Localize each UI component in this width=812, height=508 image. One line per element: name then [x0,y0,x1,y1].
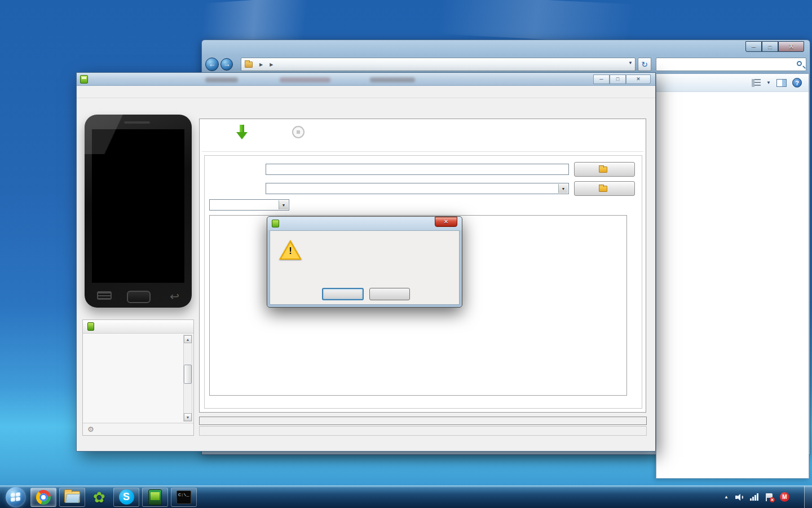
flashtool-titlebar[interactable]: ─ □ ✕ [77,73,655,86]
scatter-file-combo[interactable]: ▼ [266,183,569,194]
windows-flag-icon [11,492,21,502]
breadcrumb-arrow-icon: ▶ [270,62,273,67]
chevron-down-icon[interactable]: ▼ [766,80,771,85]
scroll-up-icon[interactable]: ▲ [184,335,192,343]
toolbar-separator [202,151,643,152]
help-button[interactable] [369,288,410,300]
folder-icon [599,186,607,192]
forward-button[interactable]: → [220,58,233,71]
chevron-down-icon[interactable]: ▼ [279,200,288,209]
minimize-button[interactable]: ─ [593,75,610,84]
stop-button[interactable] [281,125,315,141]
folder-icon [245,62,253,68]
gear-icon: ⚙ [87,425,94,433]
status-bar [199,426,647,436]
breadcrumb-arrow-icon: ▶ [259,62,263,67]
back-button[interactable]: ← [205,58,219,71]
phone-menu-button-icon [97,291,112,300]
flashtool-icon [148,489,162,505]
scroll-down-icon[interactable]: ▼ [184,413,192,421]
search-input[interactable] [656,58,806,71]
dialog-titlebar[interactable]: ✕ [267,217,462,230]
glass-blur [370,77,415,82]
command-prompt-icon: C:\_ [176,491,191,504]
address-bar[interactable]: ▶ ▶ ▼ [241,58,636,71]
search-icon [797,61,802,66]
taskbar-chrome-button[interactable] [30,488,56,507]
chevron-down-icon[interactable]: ▼ [558,184,568,193]
view-list-icon[interactable] [752,79,761,87]
error-dialog: ✕ ! [267,216,462,308]
taskbar-skype-button[interactable]: S [113,488,139,507]
download-mode-combo[interactable]: ▼ [209,199,289,211]
progress-bar [199,417,647,425]
chip-info-scrollbar[interactable]: ▲ ▼ [183,335,192,422]
phone-back-button-icon: ↩ [170,290,179,303]
taskbar-flashtool-button[interactable] [142,488,168,507]
icq-flower-icon: ✿ [93,489,105,506]
help-icon[interactable]: ? [792,78,802,87]
show-desktop-button[interactable] [804,486,812,508]
phone-home-button-icon [127,291,151,303]
ok-button[interactable] [322,288,364,300]
phone-screen [92,129,184,283]
chip-icon [87,322,94,331]
dialog-body: ! [270,230,460,305]
explorer-content-pane: ▼ ? [656,73,809,479]
close-button[interactable]: X [778,41,804,52]
maximize-button[interactable]: □ [762,41,778,52]
explorer-address-row: ← → ▶ ▶ ▼ ↻ [204,56,807,73]
address-dropdown-icon[interactable]: ▼ [628,60,633,65]
menubar [77,86,655,98]
glass-blur [205,77,238,82]
glass-blur [280,77,330,82]
scatter-loading-button[interactable] [574,181,635,196]
tray-expand-icon[interactable]: ▲ [724,494,729,500]
folder-icon [599,167,607,173]
maximize-button[interactable]: □ [610,75,626,84]
mega-tray-icon[interactable]: M [780,492,789,502]
start-button[interactable] [6,487,26,507]
network-signal-icon[interactable] [750,493,758,501]
skype-icon: S [119,489,134,505]
taskbar-icq-button[interactable]: ✿ [88,488,111,507]
flashtool-app-icon [272,220,279,227]
flashtool-app-icon [80,75,88,84]
refresh-button[interactable]: ↻ [638,58,651,71]
action-center-flag-icon[interactable]: ✕ [765,493,773,501]
taskbar-cmd-button[interactable]: C:\_ [171,488,197,507]
chip-info-panel: ▲ ▼ ⚙ [82,319,194,436]
taskbar: ✿ S C:\_ ▲ ✕ M [0,485,812,508]
chip-info-fields [83,334,193,423]
explorer-folder-icon [64,491,80,503]
volume-icon[interactable] [735,494,743,501]
phone-preview: ↩ [85,115,192,308]
minimize-button[interactable]: ─ [745,41,762,52]
explorer-caption-buttons: ─ □ X [745,41,804,52]
scrollbar-thumb[interactable] [184,365,192,384]
download-button[interactable] [222,125,262,141]
chrome-icon [36,490,51,505]
stop-icon [292,126,304,138]
explorer-toolbar: ▼ ? [656,74,809,92]
desktop: ─ □ X ← → ▶ ▶ ▼ ↻ ▼ [0,0,812,508]
preview-pane-icon[interactable] [776,79,787,87]
taskbar-explorer-button[interactable] [59,488,85,507]
download-agent-button[interactable] [574,162,635,177]
close-button[interactable]: ✕ [435,217,457,227]
warning-icon: ! [279,240,302,260]
system-tray: ▲ ✕ M [717,486,812,508]
download-agent-input[interactable] [266,164,569,175]
download-arrow-icon [236,125,248,139]
close-button[interactable]: ✕ [626,75,651,84]
